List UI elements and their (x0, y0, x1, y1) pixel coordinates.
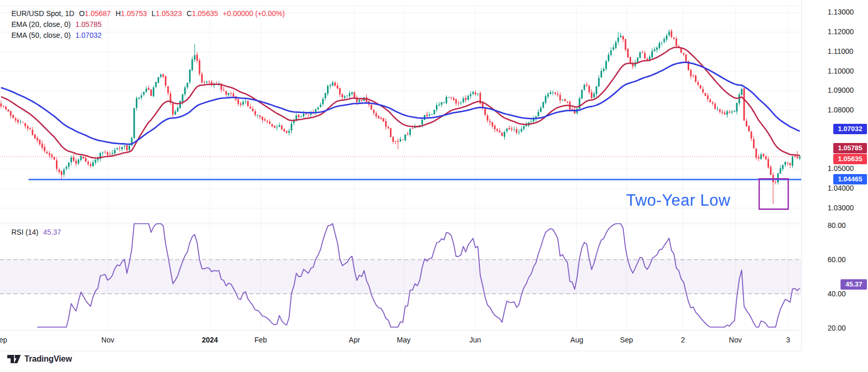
time-tick-Nov: Nov (729, 336, 742, 344)
time-tick-ep: ep (0, 336, 7, 344)
two-year-low-box[interactable] (759, 179, 788, 209)
price-tick-1.10000: 1.10000 (828, 66, 854, 76)
last-price-badge: 1.05635 (833, 154, 867, 164)
rsi-tick-60.00: 60.00 (828, 255, 846, 264)
high-value: H1.05753 (116, 9, 147, 18)
tradingview-logo-text: TradingView (24, 354, 72, 364)
rsi-badge: 45.37 (841, 279, 867, 290)
rsi-value: 45.37 (43, 228, 61, 236)
rsi-pane-canvas (0, 223, 801, 330)
change-value: +0.00000 (+0.00%) (223, 9, 285, 18)
ema20-row[interactable]: EMA (20, close, 0) 1.05785 (11, 19, 285, 30)
tradingview-logo-icon (7, 354, 21, 364)
ema50-row[interactable]: EMA (50, close, 0) 1.07032 (11, 30, 285, 40)
time-tick-May: May (397, 336, 410, 344)
two-year-low-annotation[interactable]: Two-Year Low (626, 191, 730, 210)
price-tick-1.09000: 1.09000 (828, 85, 854, 95)
symbol-row[interactable]: EUR/USD Spot, 1D O1.05687 H1.05753 L1.05… (11, 8, 285, 19)
rsi-tick-20.00: 20.00 (828, 323, 846, 333)
tradingview-chart-window: Two-Year Low EUR/USD Spot, 1D O1.05687 H… (0, 0, 868, 372)
time-scale[interactable]: epNov2024FebAprMayJunAugSep2Nov3 (0, 330, 801, 351)
rsi-tick-40.00: 40.00 (828, 289, 846, 298)
ema20-label: EMA (20, close, 0) (11, 20, 70, 28)
time-tick-Nov: Nov (102, 336, 115, 344)
support-badge: 1.04465 (833, 174, 867, 184)
time-tick-2: 2 (681, 336, 685, 344)
price-tick-1.11000: 1.11000 (828, 47, 853, 56)
price-tick-1.04000: 1.04000 (828, 183, 854, 193)
ema50-badge: 1.07032 (833, 124, 867, 134)
ema50-label: EMA (50, close, 0) (11, 31, 70, 39)
time-tick-Aug: Aug (571, 336, 584, 344)
price-tick-1.03000: 1.03000 (828, 203, 854, 212)
time-tick-Feb: Feb (254, 336, 267, 344)
rsi-tick-80.00: 80.00 (828, 221, 846, 230)
ema50-value: 1.07032 (75, 31, 102, 39)
time-tick-3: 3 (786, 336, 790, 344)
close-value: C1.05635 (187, 9, 218, 18)
price-tick-1.08000: 1.08000 (828, 105, 854, 115)
open-value: O1.05687 (79, 9, 111, 18)
ema20-badge: 1.05785 (833, 143, 867, 153)
candlestick-series (1, 29, 801, 204)
rsi-label: RSI (14) (11, 228, 38, 236)
ema20-value: 1.05785 (75, 20, 102, 28)
price-tick-1.12000: 1.12000 (828, 27, 854, 36)
price-tick-1.13000: 1.13000 (828, 7, 854, 17)
time-tick-Apr: Apr (349, 336, 360, 344)
symbol-title: EUR/USD Spot, 1D (11, 9, 74, 18)
time-tick-Jun: Jun (469, 336, 481, 344)
rsi-pane[interactable] (0, 223, 801, 330)
rsi-legend-row[interactable]: RSI (14) 45.37 (11, 228, 61, 236)
ema50-line[interactable] (1, 62, 800, 144)
time-tick-2024: 2024 (202, 336, 218, 344)
price-tick-1.05000: 1.05000 (828, 164, 854, 173)
low-value: L1.05323 (152, 9, 182, 18)
legend: EUR/USD Spot, 1D O1.05687 H1.05753 L1.05… (11, 8, 285, 40)
pane-separator[interactable] (0, 223, 801, 223)
time-tick-Sep: Sep (620, 336, 633, 344)
price-scale[interactable]: 1.130001.120001.110001.100001.090001.080… (801, 0, 868, 351)
tradingview-logo[interactable]: TradingView (7, 354, 72, 364)
